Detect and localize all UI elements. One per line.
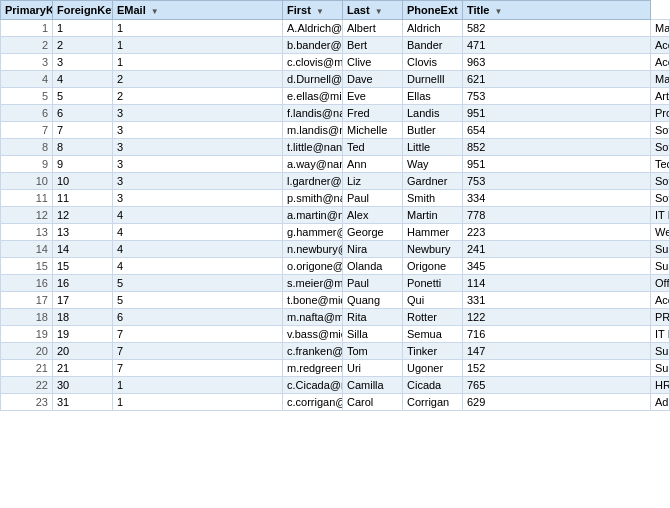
table-row[interactable]: 11113p.smith@nanonull.comPaulSmith334Sof… (1, 190, 670, 207)
cell-title: Admin (651, 394, 670, 411)
cell-last: Clovis (403, 54, 463, 71)
cell-fk: 1 (113, 54, 283, 71)
cell-fk: 2 (113, 71, 283, 88)
cell-phone: 716 (463, 326, 651, 343)
cell-phone: 753 (463, 88, 651, 105)
cell-phone: 241 (463, 241, 651, 258)
row-number: 4 (1, 71, 53, 88)
cell-first: George (343, 224, 403, 241)
cell-last: Aldrich (403, 20, 463, 37)
row-number: 6 (1, 105, 53, 122)
table-row[interactable]: 111A.Aldrich@microtech.comAlbertAldrich5… (1, 20, 670, 37)
sort-arrow-email: ▼ (151, 7, 159, 16)
cell-fk: 7 (113, 360, 283, 377)
cell-email: d.Durnell@microtech.com (283, 71, 343, 88)
cell-first: Alex (343, 207, 403, 224)
cell-last: Cicada (403, 377, 463, 394)
cell-title: Accounts Receivable (651, 37, 670, 54)
cell-phone: 629 (463, 394, 651, 411)
cell-email: s.meier@microtech.com (283, 275, 343, 292)
cell-pk: 13 (53, 224, 113, 241)
table-row[interactable]: 993a.way@nanonull.comAnnWay951Technical … (1, 156, 670, 173)
table-row[interactable]: 552e.ellas@microtech.comEveEllas753Art D… (1, 88, 670, 105)
cell-first: Rita (343, 309, 403, 326)
table-row[interactable]: 773m.landis@nanonull.comMichelleButler65… (1, 122, 670, 139)
col-header-first[interactable]: First ▼ (283, 1, 343, 20)
col-header-title[interactable]: Title ▼ (463, 1, 651, 20)
table-row[interactable]: 17175t.bone@microtech.comQuangQui331Acco… (1, 292, 670, 309)
table-row[interactable]: 23311c.corrigan@microtech.comCarolCorrig… (1, 394, 670, 411)
cell-title: PR & Marketing Manager US (651, 309, 670, 326)
cell-first: Michelle (343, 122, 403, 139)
col-header-pk[interactable]: PrimaryKey ▼ (1, 1, 53, 20)
cell-email: e.ellas@microtech.com (283, 88, 343, 105)
table-row[interactable]: 442d.Durnell@microtech.comDaveDurnellI62… (1, 71, 670, 88)
cell-first: Paul (343, 275, 403, 292)
row-number: 20 (1, 343, 53, 360)
col-header-phone[interactable]: PhoneExt ▼ (403, 1, 463, 20)
data-table: PrimaryKey ▼ ForeignKey ▼ EMail ▼ First … (0, 0, 670, 411)
cell-phone: 621 (463, 71, 651, 88)
table-row[interactable]: 19197v.bass@microtech.comSillaSemua716IT… (1, 326, 670, 343)
table-row[interactable]: 13134g.hammer@nanonull.comGeorgeHammer22… (1, 224, 670, 241)
cell-first: Paul (343, 190, 403, 207)
table-row[interactable]: 21217m.redgreen@microtech.comUriUgoner15… (1, 360, 670, 377)
cell-title: HR (651, 377, 670, 394)
cell-pk: 7 (53, 122, 113, 139)
cell-first: Carol (343, 394, 403, 411)
cell-phone: 334 (463, 190, 651, 207)
table-row[interactable]: 883t.little@nanonull.comTedLittle852Soft… (1, 139, 670, 156)
cell-title: Web Developer (651, 224, 670, 241)
cell-title: Software Engineer (651, 139, 670, 156)
table-row[interactable]: 14144n.newbury@microtech.comNiraNewbury2… (1, 241, 670, 258)
table-row[interactable]: 331c.clovis@microtech.comCliveClovis963A… (1, 54, 670, 71)
cell-pk: 18 (53, 309, 113, 326)
cell-email: f.landis@nanonull.com (283, 105, 343, 122)
cell-fk: 3 (113, 156, 283, 173)
col-header-fk[interactable]: ForeignKey ▼ (53, 1, 113, 20)
col-label-first: First (287, 4, 311, 16)
cell-title: IT Manager (651, 207, 670, 224)
table-row[interactable]: 221b.bander@microtech.comBertBander471Ac… (1, 37, 670, 54)
cell-first: Tom (343, 343, 403, 360)
cell-fk: 3 (113, 105, 283, 122)
table-row[interactable]: 18186m.nafta@microtech.comRitaRotter122P… (1, 309, 670, 326)
row-number: 7 (1, 122, 53, 139)
cell-first: Eve (343, 88, 403, 105)
cell-pk: 15 (53, 258, 113, 275)
table-row[interactable]: 15154o.origone@microtech.comOlandaOrigon… (1, 258, 670, 275)
table-row[interactable]: 20207c.franken@microtech.comTomTinker147… (1, 343, 670, 360)
col-label-email: EMail (117, 4, 146, 16)
cell-last: Rotter (403, 309, 463, 326)
row-number: 23 (1, 394, 53, 411)
cell-first: Olanda (343, 258, 403, 275)
cell-pk: 2 (53, 37, 113, 54)
cell-email: c.franken@microtech.com (283, 343, 343, 360)
cell-email: c.corrigan@microtech.com (283, 394, 343, 411)
table-row[interactable]: 22301c.Cicada@microtech.comCamillaCicada… (1, 377, 670, 394)
col-label-title: Title (467, 4, 489, 16)
cell-pk: 16 (53, 275, 113, 292)
table-row[interactable]: 12124a.martin@nanonull.comAlexMartin778I… (1, 207, 670, 224)
cell-email: A.Aldrich@microtech.com (283, 20, 343, 37)
cell-last: Semua (403, 326, 463, 343)
table-row[interactable]: 663f.landis@nanonull.comFredLandis951Pro… (1, 105, 670, 122)
cell-last: Newbury (403, 241, 463, 258)
cell-phone: 753 (463, 173, 651, 190)
cell-title: Support Engineer (651, 241, 670, 258)
cell-pk: 19 (53, 326, 113, 343)
col-header-email[interactable]: EMail ▼ (113, 1, 283, 20)
table-row[interactable]: 16165s.meier@microtech.comPaulPonetti114… (1, 275, 670, 292)
row-number: 10 (1, 173, 53, 190)
cell-title: IT Manager (651, 326, 670, 343)
cell-fk: 2 (113, 88, 283, 105)
cell-title: Support Engineer (651, 258, 670, 275)
cell-first: Silla (343, 326, 403, 343)
cell-fk: 4 (113, 224, 283, 241)
cell-title: Support Engineer (651, 360, 670, 377)
cell-email: m.landis@nanonull.com (283, 122, 343, 139)
table-row[interactable]: 10103l.gardner@nanonull.comLizGardner753… (1, 173, 670, 190)
cell-email: t.bone@microtech.com (283, 292, 343, 309)
col-header-last[interactable]: Last ▼ (343, 1, 403, 20)
cell-pk: 21 (53, 360, 113, 377)
